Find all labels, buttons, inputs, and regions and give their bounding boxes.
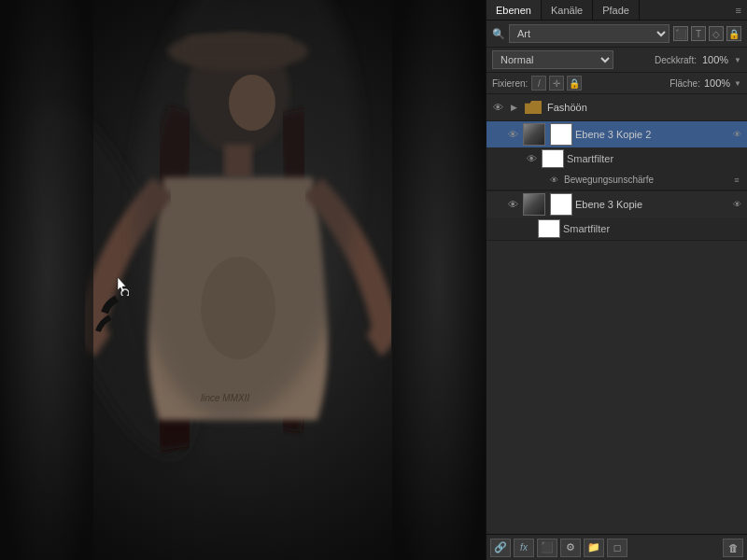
layers-list: 👁 ▶ Fashöön 👁 Ebene — [486, 94, 747, 534]
layer-ebene3kopie2[interactable]: 👁 Ebene 3 Kopie 2 👁 — [486, 121, 747, 147]
smartfilter2-name: Smartfilter — [563, 223, 743, 234]
bewegungsunschärfe-row[interactable]: 👁 Bewegungsunschärfe ≡ — [486, 170, 747, 190]
fashoon-layer-name: Fashöön — [547, 102, 743, 113]
ebene3kopie2-mask-thumbnail — [550, 123, 572, 146]
mask-button[interactable]: ⬛ — [537, 539, 557, 557]
fill-label: Fläche: — [669, 78, 700, 89]
visibility-ebene3kopie2-icon[interactable]: 👁 — [505, 127, 520, 142]
ebene3kopie-layer-name: Ebene 3 Kopie — [575, 199, 727, 210]
expand-fashoon-icon[interactable]: ▶ — [508, 102, 519, 113]
smartfilter2-row[interactable]: Smartfilter — [486, 217, 747, 240]
bottom-toolbar: 🔗 fx ⬛ ⚙ 📁 □ 🗑 — [486, 534, 747, 560]
group-button[interactable]: 📁 — [584, 539, 604, 557]
fix-label: Fixieren: — [492, 78, 528, 89]
filter-pixel-icon[interactable]: ⬛ — [673, 26, 688, 41]
blur-filter-icon: ≡ — [730, 174, 743, 187]
fill-value[interactable]: 100% — [704, 77, 730, 89]
visibility-ebene3kopie-icon[interactable]: 👁 — [505, 197, 520, 212]
filter-icons: ⬛ T ◇ 🔒 — [673, 26, 741, 41]
adjustment-button[interactable]: ⚙ — [560, 539, 581, 557]
filter-text-icon[interactable]: T — [691, 26, 706, 41]
svg-rect-11 — [392, 0, 486, 560]
fix-move-icon[interactable]: ✛ — [549, 76, 564, 91]
delete-button[interactable]: 🗑 — [723, 539, 743, 557]
visibility-smartfilter2-icon[interactable] — [520, 221, 535, 236]
visibility-blur-icon[interactable]: 👁 — [546, 173, 561, 188]
visibility-smartfilter1-icon[interactable]: 👁 — [524, 151, 539, 166]
ebene3kopie-mask-thumbnail — [550, 193, 572, 216]
blend-mode-select[interactable]: Normal — [492, 50, 613, 69]
layer-group-ebene3kopie2: 👁 Ebene 3 Kopie 2 👁 👁 Smartfilter — [486, 121, 747, 191]
layer-filter-select[interactable]: Art — [509, 24, 669, 43]
ebene3kopie2-layer-name: Ebene 3 Kopie 2 — [575, 129, 727, 140]
fix-lock-icon[interactable]: 🔒 — [567, 76, 582, 91]
layer-ebene3kopie[interactable]: 👁 Ebene 3 Kopie 👁 — [486, 191, 747, 217]
filter-shape-icon[interactable]: ◇ — [709, 26, 724, 41]
ebene3kopie-eye-icon: 👁 — [730, 198, 743, 211]
tab-pfade[interactable]: Pfade — [593, 0, 640, 20]
fix-row: Fixieren: / ✛ 🔒 Fläche: 100% ▼ — [486, 73, 747, 94]
search-icon: 🔍 — [492, 28, 505, 40]
ebene3kopie2-eye-icon: 👁 — [730, 128, 743, 141]
filter-row: 🔍 Art ⬛ T ◇ 🔒 — [486, 21, 747, 48]
smartfilter2-thumbnail — [538, 219, 560, 238]
layer-group-fashoon: 👁 ▶ Fashöön — [486, 94, 747, 121]
opacity-chevron-icon: ▼ — [734, 56, 741, 64]
blend-mode-row: Normal Deckkraft: 100% ▼ — [486, 48, 747, 73]
fill-chevron-icon: ▼ — [734, 79, 741, 88]
layer-group-ebene3kopie: 👁 Ebene 3 Kopie 👁 Smartfilter — [486, 191, 747, 241]
svg-point-9 — [229, 75, 275, 131]
smartfilter1-row[interactable]: 👁 Smartfilter — [486, 147, 747, 170]
canvas-image[interactable]: lince MMXII — [0, 0, 486, 560]
ebene3kopie-thumbnail — [523, 193, 545, 216]
smartfilter1-name: Smartfilter — [567, 153, 743, 164]
layer-fashoon[interactable]: 👁 ▶ Fashöön — [486, 94, 747, 120]
ebene3kopie2-thumbnail — [523, 123, 545, 146]
blur-filter-name: Bewegungsunschärfe — [564, 175, 727, 185]
folder-thumbnail — [522, 96, 544, 119]
fx-button[interactable]: fx — [514, 539, 534, 557]
opacity-label: Deckkraft: — [655, 55, 697, 65]
smartfilter1-thumbnail — [542, 149, 564, 168]
new-layer-button[interactable]: □ — [607, 539, 627, 557]
panel-tabs: Ebenen Kanäle Pfade ≡ — [486, 0, 747, 21]
filter-smart-icon[interactable]: 🔒 — [726, 26, 741, 41]
svg-rect-10 — [0, 0, 93, 560]
visibility-fashoon-icon[interactable]: 👁 — [490, 100, 505, 115]
link-button[interactable]: 🔗 — [490, 539, 511, 557]
fix-icons: / ✛ 🔒 — [531, 76, 582, 91]
layers-panel: Ebenen Kanäle Pfade ≡ 🔍 Art ⬛ T ◇ 🔒 Norm… — [486, 0, 747, 560]
fix-brush-icon[interactable]: / — [531, 76, 546, 91]
tab-kanaele[interactable]: Kanäle — [542, 0, 593, 20]
canvas-area: fusion.psd bei 45,4% (Ebene 3 Kopie 2, F… — [0, 0, 486, 560]
opacity-value[interactable]: 100% — [702, 54, 728, 65]
panel-collapse-button[interactable]: ≡ — [730, 0, 747, 20]
tab-ebenen[interactable]: Ebenen — [486, 0, 542, 20]
